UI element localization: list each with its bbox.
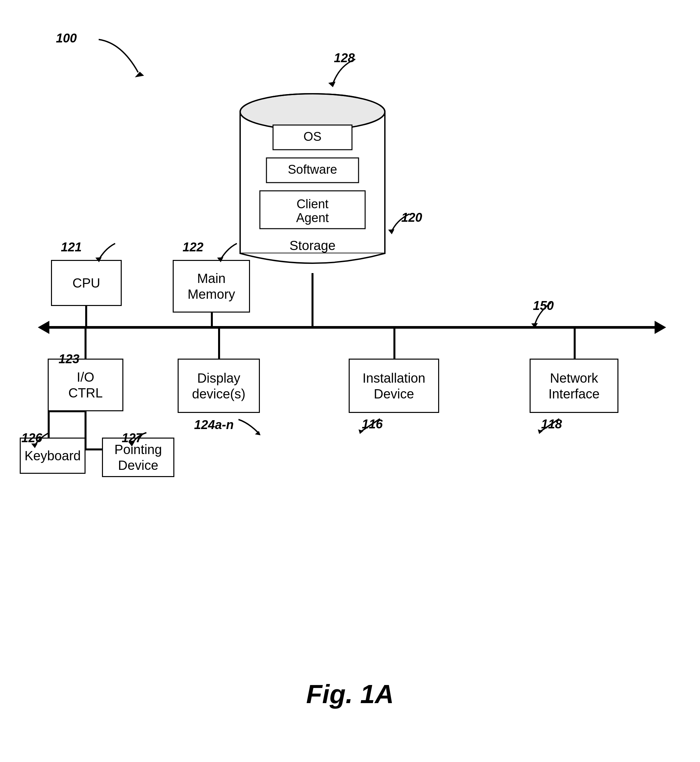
- network-bus-connector: [574, 329, 576, 360]
- label-121: 121: [61, 240, 81, 254]
- svg-text:Storage: Storage: [289, 238, 336, 253]
- bus-arrow-right: [655, 321, 666, 334]
- main-memory-bus-connector: [211, 313, 213, 329]
- io-keyboard-h-connector: [48, 410, 86, 412]
- svg-marker-17: [217, 257, 223, 262]
- storage-bus-connector: [311, 273, 314, 327]
- installation-bus-connector: [394, 329, 395, 360]
- arrow-118: [536, 416, 562, 435]
- svg-point-4: [241, 94, 384, 129]
- svg-text:Agent: Agent: [296, 211, 329, 225]
- bus-arrow-left: [38, 321, 49, 334]
- svg-marker-15: [531, 323, 538, 328]
- arrow-124: [235, 416, 261, 436]
- display-label: Display device(s): [192, 370, 245, 402]
- svg-marker-22: [128, 442, 134, 446]
- svg-marker-0: [135, 72, 144, 77]
- keyboard-label: Keyboard: [24, 448, 81, 463]
- installation-label: Installation Device: [362, 370, 425, 402]
- label-100: 100: [56, 31, 77, 45]
- main-memory-box: Main Memory: [173, 260, 250, 313]
- cpu-label: CPU: [72, 275, 100, 291]
- svg-text:Client: Client: [296, 197, 329, 211]
- diagram: 100 128 OS Software: [0, 0, 700, 762]
- cylinder-svg: OS Software Client Agent Storage: [234, 82, 391, 273]
- arrow-150: [525, 299, 564, 329]
- arrow-122: [214, 240, 244, 263]
- arrow-127: [127, 429, 153, 447]
- svg-text:Software: Software: [288, 163, 337, 176]
- figure-caption: Fig. 1A: [0, 679, 700, 709]
- arrow-116: [357, 416, 383, 435]
- io-pointing-h-connector: [84, 410, 86, 450]
- display-bus-connector: [218, 329, 220, 360]
- io-ctrl-bus-connector: [84, 329, 86, 360]
- arrow-100: [95, 36, 148, 79]
- svg-marker-16: [95, 257, 102, 262]
- network-label: Network Interface: [548, 370, 600, 402]
- svg-marker-21: [31, 443, 38, 448]
- label-122: 122: [183, 240, 203, 254]
- io-ctrl-label: I/O CTRL: [69, 369, 103, 401]
- cpu-bus-connector: [85, 306, 87, 327]
- arrow-121: [92, 240, 122, 263]
- io-ctrl-box: I/O CTRL: [48, 358, 123, 411]
- svg-marker-14: [388, 229, 394, 234]
- storage-cylinder: OS Software Client Agent Storage: [234, 82, 391, 273]
- svg-text:OS: OS: [304, 130, 322, 144]
- network-box: Network Interface: [530, 358, 619, 413]
- label-123: 123: [59, 352, 79, 366]
- display-box: Display device(s): [178, 358, 260, 413]
- main-memory-label: Main Memory: [188, 271, 235, 302]
- installation-box: Installation Device: [349, 358, 439, 413]
- cpu-box: CPU: [51, 260, 122, 306]
- arrow-120: [386, 211, 413, 237]
- arrow-126: [30, 429, 56, 449]
- label-124: 124a-n: [194, 418, 234, 432]
